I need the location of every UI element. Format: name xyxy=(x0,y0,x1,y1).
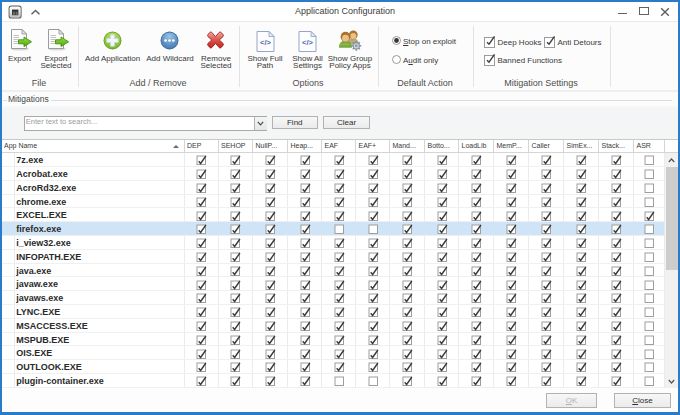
svg-text:</>: </> xyxy=(260,37,271,46)
svg-text:</>: </> xyxy=(302,37,313,46)
